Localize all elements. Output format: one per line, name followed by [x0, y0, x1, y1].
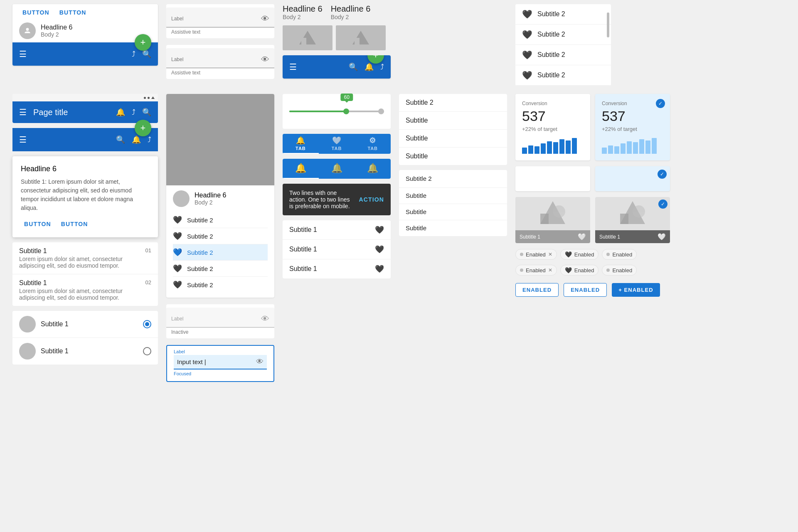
button-2[interactable]: BUTTON	[56, 7, 90, 17]
snackbar-action[interactable]: ACTION	[359, 196, 384, 203]
bell-icon-tab1: 🔔	[295, 163, 306, 174]
chip-dot-x-2[interactable]: Enabled ✕	[515, 265, 557, 276]
body2-1: Body 2	[283, 14, 323, 20]
input-text[interactable]: Input text |	[177, 358, 256, 365]
heart-icon-4[interactable]: 🖤	[522, 70, 532, 80]
chip-dot-2[interactable]: Enabled	[602, 265, 637, 276]
chip-close-2[interactable]: ✕	[548, 267, 552, 273]
tab-label-1: TAB	[296, 146, 305, 151]
slider-track[interactable]: 60	[289, 111, 384, 112]
helper-2: Assistive text	[166, 70, 274, 76]
page-title-appbar: ☰ Page title 🔔 ⤴ 🔍	[12, 101, 158, 123]
scrollbar[interactable]	[607, 12, 609, 37]
search-icon-2[interactable]: 🔍	[349, 62, 358, 71]
share-icon-3[interactable]: ⤴	[132, 108, 135, 117]
heart-thumb-1[interactable]: 🤍	[578, 233, 586, 241]
heart-icon-2[interactable]: 🖤	[522, 30, 532, 39]
tab-label-2: TAB	[332, 146, 342, 151]
media-list-item-4[interactable]: 🖤 Subtitle 2	[173, 261, 268, 277]
svg-rect-10	[620, 214, 628, 224]
heart-icon-m4[interactable]: 🖤	[173, 264, 182, 273]
snackbar: Two lines with one action. One to two li…	[283, 184, 391, 215]
menu-icon[interactable]: ☰	[19, 49, 27, 59]
media-list-item-2[interactable]: 🖤 Subtitle 2	[173, 228, 268, 244]
radio-selected[interactable]	[143, 320, 151, 328]
filled-btn-1[interactable]: + ENABLED	[612, 283, 660, 297]
media-list-item-1[interactable]: 🖤 Subtitle 2	[173, 212, 268, 228]
bell-icon-3[interactable]: 🔔	[132, 135, 141, 144]
subtitle2-2: Subtitle 2	[537, 31, 565, 38]
radio-label-1: Subtitle 1	[41, 320, 138, 328]
heart-thumb-2[interactable]: 🤍	[658, 233, 666, 241]
chip-heart-2[interactable]: 🖤 Enabled	[560, 265, 599, 276]
media-placeholder	[166, 94, 274, 185]
icon-tab-2[interactable]: 🔔	[319, 159, 355, 179]
visibility-icon-1[interactable]: 👁	[261, 14, 269, 24]
radio-item-2[interactable]: Subtitle 1	[12, 338, 158, 365]
tab-2[interactable]: 🤍 TAB	[319, 134, 355, 154]
text-field-2[interactable]: Label 👁	[166, 48, 274, 68]
thumb-check: ✓	[658, 200, 667, 209]
bar-l6	[633, 142, 638, 154]
menu-icon-4[interactable]: ☰	[19, 135, 27, 145]
chip-heart-icon-2: 🖤	[565, 267, 572, 273]
chip-dot-1[interactable]: Enabled	[602, 249, 637, 260]
icon-tab-3[interactable]: 🔔	[355, 159, 391, 179]
button-1[interactable]: BUTTON	[19, 7, 53, 17]
share-icon-2[interactable]: ⤴	[380, 63, 384, 71]
bell-icon[interactable]: 🔔	[365, 62, 374, 71]
menu-icon-2[interactable]: ☰	[289, 62, 297, 72]
subtitle-row-2: Subtitle 1 🖤	[283, 240, 391, 259]
metric-check-2: ✓	[656, 99, 665, 108]
heart-icon-m5[interactable]: 🖤	[173, 280, 182, 289]
heart-icon-m2[interactable]: 🖤	[173, 232, 182, 241]
label-1: Label	[171, 16, 261, 22]
heart-icon-1[interactable]: 🖤	[522, 9, 532, 19]
fab-button-3[interactable]: +	[135, 120, 151, 136]
heart-icon-m1[interactable]: 🖤	[173, 215, 182, 224]
visibility-icon-2[interactable]: 👁	[261, 55, 269, 64]
radio-list: Subtitle 1 Subtitle 1	[12, 311, 158, 365]
search-icon[interactable]: 🔍	[142, 49, 151, 59]
card-button-1[interactable]: BUTTON	[21, 219, 54, 229]
media-list-item-3[interactable]: 💙 Subtitle 2	[173, 244, 268, 261]
right-list-item-4: 🖤 Subtitle 2	[515, 65, 611, 86]
radio-item-1[interactable]: Subtitle 1	[12, 311, 158, 338]
chip-close-1[interactable]: ✕	[548, 251, 552, 257]
chip-heart-1[interactable]: 🖤 Enabled	[560, 249, 599, 260]
search-icon-3[interactable]: 🔍	[142, 108, 151, 117]
chip-label-3: Enabled	[612, 251, 632, 258]
heart-subtitle-2[interactable]: 🖤	[375, 245, 384, 254]
heart-icon-m3[interactable]: 💙	[173, 248, 182, 257]
heart-icon-3[interactable]: 🖤	[522, 50, 532, 60]
bar-3	[534, 146, 539, 154]
search-icon-4[interactable]: 🔍	[116, 135, 125, 144]
subtitle-item-b4: Subtitle	[399, 220, 507, 236]
media-list-item-5[interactable]: 🖤 Subtitle 2	[173, 277, 268, 293]
outlined-btn-2[interactable]: ENABLED	[564, 283, 607, 297]
heart-subtitle-1[interactable]: 🖤	[375, 225, 384, 234]
icon-tabs-bar: 🔔 🔔 🔔	[283, 159, 391, 179]
subtitle2-m4: Subtitle 2	[187, 265, 213, 272]
menu-icon-3[interactable]: ☰	[19, 107, 27, 117]
bar-9	[572, 138, 577, 154]
bell-icon-2[interactable]: 🔔	[116, 108, 125, 117]
tab-3[interactable]: ⚙ TAB	[355, 134, 391, 154]
subtitle-item-a2: Subtitle	[399, 112, 507, 130]
text-field-1[interactable]: Label 👁	[166, 7, 274, 27]
tab-1[interactable]: 🔔 TAB	[283, 134, 319, 154]
share-icon-4[interactable]: ⤴	[148, 135, 151, 144]
chip-dot-x-1[interactable]: Enabled ✕	[515, 249, 557, 260]
card-button-2[interactable]: BUTTON	[58, 219, 91, 229]
avatar-2	[19, 343, 36, 360]
slider-end	[378, 108, 384, 114]
bar-chart-2	[602, 137, 663, 154]
visibility-icon-focused[interactable]: 👁	[256, 357, 264, 366]
radio-empty[interactable]	[143, 347, 151, 355]
icon-tab-1[interactable]: 🔔	[283, 159, 319, 179]
fab-button[interactable]: +	[135, 34, 151, 51]
heart-subtitle-3[interactable]: 🖤	[375, 264, 384, 273]
share-icon[interactable]: ⤴	[132, 50, 135, 59]
outlined-btn-1[interactable]: ENABLED	[515, 283, 559, 297]
slider-thumb[interactable]: 60	[343, 108, 349, 114]
